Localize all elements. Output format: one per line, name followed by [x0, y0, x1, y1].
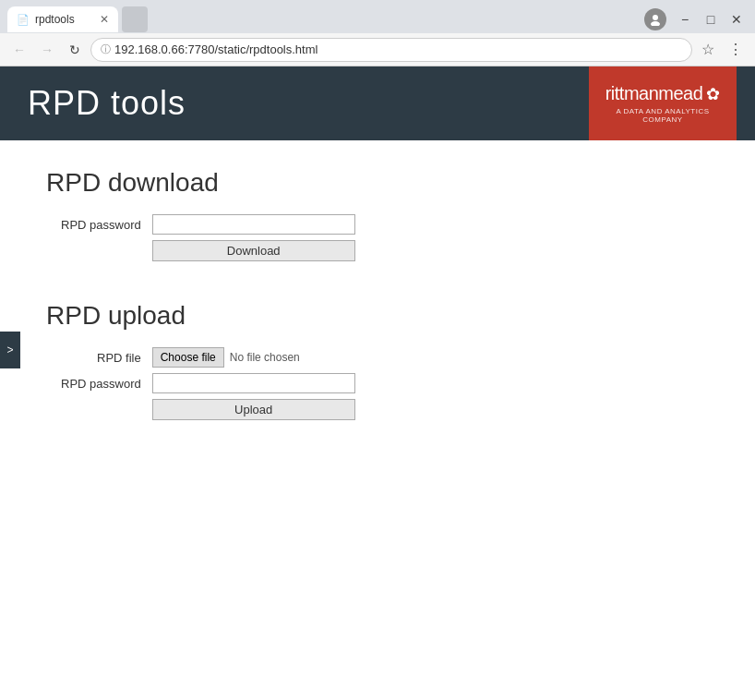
- upload-password-input[interactable]: [152, 373, 355, 393]
- sidebar-toggle-button[interactable]: >: [0, 332, 20, 368]
- download-section-title: RPD download: [46, 168, 709, 198]
- new-tab-button[interactable]: [122, 6, 148, 32]
- brand-logo: rittmanmead ✿ A DATA AND ANALYTICS COMPA…: [589, 66, 737, 140]
- address-text: 192.168.0.66:7780/static/rpdtools.html: [114, 42, 318, 56]
- tab-icon: 📄: [17, 14, 30, 26]
- upload-section: RPD upload RPD file Choose file No file …: [46, 301, 709, 423]
- file-input-wrapper: Choose file No file chosen: [152, 347, 355, 368]
- no-file-text: No file chosen: [230, 351, 300, 364]
- secure-icon: ⓘ: [101, 42, 111, 56]
- download-form: RPD password Download: [55, 211, 361, 264]
- user-profile-icon: [644, 8, 666, 30]
- page-title: RPD tools: [28, 84, 186, 123]
- tab-title: rpdtools: [35, 13, 75, 26]
- brand-sub: A DATA AND ANALYTICS COMPANY: [598, 107, 727, 124]
- download-button[interactable]: Download: [152, 240, 355, 261]
- back-button[interactable]: ←: [7, 38, 31, 62]
- bookmark-button[interactable]: ☆: [696, 38, 720, 62]
- address-bar[interactable]: ⓘ 192.168.0.66:7780/static/rpdtools.html: [90, 38, 692, 62]
- tab-close-button[interactable]: ✕: [100, 13, 109, 26]
- brand-icon: ✿: [706, 84, 720, 104]
- brand-name: rittmanmead: [605, 83, 703, 104]
- upload-section-title: RPD upload: [46, 301, 709, 331]
- menu-button[interactable]: ⋮: [724, 38, 748, 62]
- upload-form: RPD file Choose file No file chosen RPD …: [55, 344, 361, 423]
- main-content: RPD download RPD password Download RPD: [0, 140, 755, 488]
- svg-point-1: [651, 21, 660, 26]
- choose-file-button[interactable]: Choose file: [152, 347, 224, 368]
- forward-button[interactable]: →: [35, 38, 59, 62]
- page-header: RPD tools rittmanmead ✿ A DATA AND ANALY…: [0, 66, 755, 140]
- upload-password-label: RPD password: [55, 370, 147, 396]
- file-label: RPD file: [55, 344, 147, 370]
- upload-button[interactable]: Upload: [152, 399, 355, 420]
- reload-button[interactable]: ↻: [63, 38, 87, 62]
- download-password-label: RPD password: [55, 211, 147, 237]
- download-password-input[interactable]: [152, 214, 355, 235]
- maximize-button[interactable]: □: [700, 8, 722, 30]
- svg-point-0: [653, 15, 658, 20]
- download-section: RPD download RPD password Download: [46, 168, 709, 264]
- browser-tab[interactable]: 📄 rpdtools ✕: [7, 6, 118, 32]
- close-button[interactable]: ✕: [725, 8, 748, 30]
- minimize-button[interactable]: −: [674, 8, 696, 30]
- page-wrapper: RPD tools rittmanmead ✿ A DATA AND ANALY…: [0, 66, 755, 700]
